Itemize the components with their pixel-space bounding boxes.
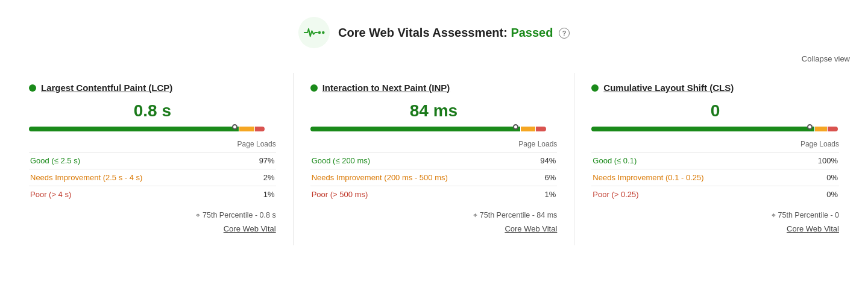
bar-needs-cls: [815, 127, 828, 131]
metric-title-cls[interactable]: Cumulative Layout Shift (CLS): [603, 83, 734, 93]
percentile-row-cls: ⌖ 75th Percentile - 0: [591, 211, 839, 219]
help-icon[interactable]: ?: [559, 28, 570, 39]
stats-table-lcp: Good (≤ 2.5 s) 97% Needs Improvement (2.…: [29, 152, 276, 203]
metric-value-cls: 0: [591, 101, 839, 121]
metric-title-inp[interactable]: Interaction to Next Paint (INP): [322, 83, 450, 93]
bar-good-inp: [310, 127, 520, 131]
green-dot-lcp: [29, 84, 36, 92]
stat-label-inp-2: Poor (> 500 ms): [310, 186, 529, 203]
percentile-row-lcp: ⌖ 75th Percentile - 0.8 s: [29, 211, 276, 219]
stat-value-cls-0: 100%: [798, 152, 839, 169]
percentile-row-inp: ⌖ 75th Percentile - 84 ms: [310, 211, 558, 219]
page-loads-label-lcp: Page Loads: [29, 139, 276, 148]
bar-track-cls: [591, 127, 839, 131]
bar-marker-lcp: [234, 124, 235, 133]
bar-needs-inp: [521, 127, 536, 131]
marker-pin-lcp: [232, 124, 237, 130]
metric-title-row-lcp: Largest Contentful Paint (LCP): [29, 83, 276, 93]
stat-row-lcp-0: Good (≤ 2.5 s) 97%: [29, 152, 276, 169]
stat-row-cls-0: Good (≤ 0.1) 100%: [591, 152, 839, 169]
percentile-text-inp: 75th Percentile - 84 ms: [480, 211, 558, 219]
svg-point-1: [322, 31, 325, 34]
stats-table-inp: Good (≤ 200 ms) 94% Needs Improvement (2…: [310, 152, 558, 203]
green-dot-inp: [310, 84, 318, 92]
stat-value-inp-1: 6%: [529, 169, 557, 186]
metric-panel-cls: Cumulative Layout Shift (CLS) 0 Page Loa…: [574, 73, 856, 245]
header-title: Core Web Vitals Assessment: Passed ?: [338, 26, 570, 40]
metric-value-lcp: 0.8 s: [29, 101, 276, 121]
stat-value-cls-2: 0%: [798, 186, 839, 203]
percentile-text-cls: 75th Percentile - 0: [778, 211, 839, 219]
stat-value-lcp-2: 1%: [242, 186, 276, 203]
percentile-text-lcp: 75th Percentile - 0.8 s: [203, 211, 276, 219]
stat-label-inp-0: Good (≤ 200 ms): [310, 152, 529, 169]
stat-label-lcp-2: Poor (> 4 s): [29, 186, 242, 203]
collapse-link[interactable]: Collapse view: [802, 54, 850, 63]
collapse-row: Collapse view: [0, 54, 868, 73]
svg-point-0: [318, 31, 321, 34]
stat-row-cls-2: Poor (> 0.25) 0%: [591, 186, 839, 203]
pin-icon-cls: ⌖: [772, 211, 776, 219]
bar-poor-inp: [536, 127, 546, 131]
stat-row-inp-2: Poor (> 500 ms) 1%: [310, 186, 558, 203]
metrics-grid: Largest Contentful Paint (LCP) 0.8 s Pag…: [0, 73, 868, 257]
stat-value-lcp-0: 97%: [242, 152, 276, 169]
stat-row-lcp-1: Needs Improvement (2.5 s - 4 s) 2%: [29, 169, 276, 186]
header-icon-wrapper: [298, 17, 330, 48]
metric-title-row-inp: Interaction to Next Paint (INP): [310, 83, 558, 93]
stat-value-lcp-1: 2%: [242, 169, 276, 186]
metric-title-row-cls: Cumulative Layout Shift (CLS): [591, 83, 839, 93]
bar-marker-inp: [515, 124, 517, 133]
bar-container-cls: [591, 127, 839, 135]
stat-value-inp-2: 1%: [529, 186, 557, 203]
stat-value-inp-0: 94%: [529, 152, 557, 169]
metric-panel-inp: Interaction to Next Paint (INP) 84 ms Pa…: [294, 73, 575, 245]
core-web-vital-link-lcp[interactable]: Core Web Vital: [29, 224, 276, 233]
waveform-icon: [303, 25, 325, 40]
stat-label-lcp-0: Good (≤ 2.5 s): [29, 152, 242, 169]
stat-row-lcp-2: Poor (> 4 s) 1%: [29, 186, 276, 203]
bar-container-lcp: [29, 127, 276, 135]
stat-row-inp-0: Good (≤ 200 ms) 94%: [310, 152, 558, 169]
core-web-vital-link-cls[interactable]: Core Web Vital: [591, 224, 839, 233]
page-loads-label-cls: Page Loads: [591, 139, 839, 148]
pin-icon-lcp: ⌖: [196, 211, 200, 219]
stat-row-cls-1: Needs Improvement (0.1 - 0.25) 0%: [591, 169, 839, 186]
stat-label-cls-2: Poor (> 0.25): [591, 186, 798, 203]
stat-label-inp-1: Needs Improvement (200 ms - 500 ms): [310, 169, 529, 186]
core-web-vital-link-inp[interactable]: Core Web Vital: [310, 224, 558, 233]
bar-poor-lcp: [255, 127, 265, 131]
stats-table-cls: Good (≤ 0.1) 100% Needs Improvement (0.1…: [591, 152, 839, 203]
bar-good-cls: [591, 127, 814, 131]
stat-label-cls-0: Good (≤ 0.1): [591, 152, 798, 169]
stat-label-lcp-1: Needs Improvement (2.5 s - 4 s): [29, 169, 242, 186]
bar-good-lcp: [29, 127, 239, 131]
bar-track-lcp: [29, 127, 276, 131]
header: Core Web Vitals Assessment: Passed ?: [0, 0, 868, 54]
bar-marker-cls: [810, 124, 811, 133]
metric-title-lcp[interactable]: Largest Contentful Paint (LCP): [41, 83, 172, 93]
metric-panel-lcp: Largest Contentful Paint (LCP) 0.8 s Pag…: [12, 73, 294, 245]
stat-row-inp-1: Needs Improvement (200 ms - 500 ms) 6%: [310, 169, 558, 186]
metric-value-inp: 84 ms: [310, 101, 558, 121]
bar-track-inp: [310, 127, 558, 131]
stat-label-cls-1: Needs Improvement (0.1 - 0.25): [591, 169, 798, 186]
pin-icon-inp: ⌖: [473, 211, 477, 219]
page-loads-label-inp: Page Loads: [310, 139, 558, 148]
green-dot-cls: [591, 84, 599, 92]
bar-container-inp: [310, 127, 558, 135]
bar-poor-cls: [828, 127, 837, 131]
stat-value-cls-1: 0%: [798, 169, 839, 186]
bar-needs-lcp: [239, 127, 254, 131]
